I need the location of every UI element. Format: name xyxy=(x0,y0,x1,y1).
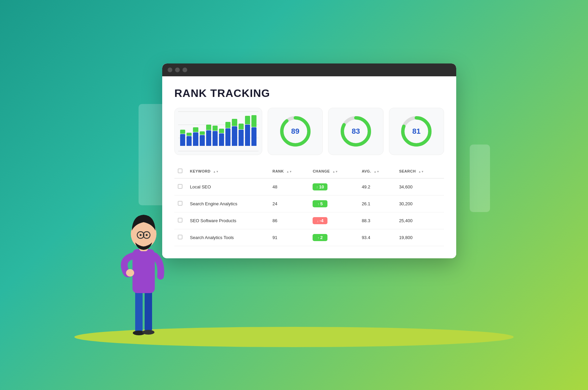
bar-blue xyxy=(251,127,256,146)
row-checkbox-cell[interactable] xyxy=(174,195,187,212)
donut-widget-3: 81 xyxy=(389,108,444,155)
change-badge: 10 xyxy=(313,183,327,190)
table-row: SEO Software Products 86 -4 88.3 25,400 xyxy=(174,212,444,229)
th-avg[interactable]: AVG. ▲▼ xyxy=(358,164,396,178)
row-avg: 26.1 xyxy=(358,195,396,212)
decorative-panel-right xyxy=(470,145,490,212)
row-avg: 93.4 xyxy=(358,229,396,246)
bar-green xyxy=(200,131,205,135)
bar-group xyxy=(232,119,237,146)
svg-point-17 xyxy=(140,234,142,236)
row-checkbox[interactable] xyxy=(178,201,182,206)
bar-green xyxy=(219,129,224,133)
row-checkbox[interactable] xyxy=(178,235,182,239)
th-search[interactable]: SEARCH ▲▼ xyxy=(396,164,444,178)
bar-green xyxy=(239,124,244,129)
search-sort[interactable]: ▲▼ xyxy=(418,171,424,173)
person-figure xyxy=(108,172,172,347)
bar-blue xyxy=(219,133,224,146)
donut-value-1: 89 xyxy=(291,127,299,136)
table-row: Local SEO 48 10 49.2 34,600 xyxy=(174,178,444,196)
svg-point-9 xyxy=(142,330,154,335)
row-avg: 49.2 xyxy=(358,178,396,196)
rank-sort[interactable]: ▲▼ xyxy=(287,171,292,173)
th-checkbox[interactable] xyxy=(174,164,187,178)
widgets-row: 89 83 xyxy=(174,108,444,155)
donut-widget-1: 89 xyxy=(268,108,323,155)
bar-blue xyxy=(245,125,250,146)
bar-group xyxy=(245,116,250,146)
row-checkbox-cell[interactable] xyxy=(174,229,187,246)
svg-rect-7 xyxy=(145,290,152,332)
th-rank[interactable]: RANK ▲▼ xyxy=(269,164,309,178)
bar-green xyxy=(213,126,218,131)
bar-chart-widget xyxy=(174,108,262,155)
arrow-up-icon xyxy=(318,201,319,206)
row-change: -4 xyxy=(309,212,358,229)
bar-green xyxy=(180,130,185,134)
table-row: Search Analytics Tools 91 2 93.4 19,800 xyxy=(174,229,444,246)
row-rank: 91 xyxy=(269,229,309,246)
traffic-light-green xyxy=(182,68,187,72)
bar-blue xyxy=(187,136,192,146)
row-rank: 24 xyxy=(269,195,309,212)
row-change: 5 xyxy=(309,195,358,212)
bar-green xyxy=(232,119,237,126)
bar-blue xyxy=(225,128,230,146)
bar-blue xyxy=(239,130,244,146)
bar-blue xyxy=(200,135,205,146)
row-checkbox-cell[interactable] xyxy=(174,178,187,196)
keyword-sort[interactable]: ▲▼ xyxy=(213,171,219,173)
rank-tracking-table: KEYWORD ▲▼ RANK ▲▼ CHANGE ▲▼ AVG. xyxy=(174,164,444,246)
row-keyword: SEO Software Products xyxy=(187,212,269,229)
bar-group xyxy=(193,127,198,146)
donut-widget-2: 83 xyxy=(328,108,383,155)
bar-green xyxy=(193,127,198,132)
donut-container-3: 81 xyxy=(399,114,433,148)
row-search: 25,400 xyxy=(396,212,444,229)
th-change[interactable]: CHANGE ▲▼ xyxy=(309,164,358,178)
donut-container-2: 83 xyxy=(339,114,373,148)
row-rank: 86 xyxy=(269,212,309,229)
change-badge: -4 xyxy=(313,217,327,224)
row-keyword: Search Analytics Tools xyxy=(187,229,269,246)
row-avg: 88.3 xyxy=(358,212,396,229)
row-search: 30,200 xyxy=(396,195,444,212)
arrow-up-icon xyxy=(316,184,318,189)
scene: RANK TRACKING xyxy=(108,43,480,347)
bar-blue xyxy=(213,131,218,146)
th-keyword[interactable]: KEYWORD ▲▼ xyxy=(187,164,269,178)
traffic-light-yellow xyxy=(175,68,180,72)
row-checkbox-cell[interactable] xyxy=(174,212,187,229)
header-checkbox[interactable] xyxy=(178,168,182,173)
row-change: 10 xyxy=(309,178,358,196)
bar-group xyxy=(225,122,230,146)
row-checkbox[interactable] xyxy=(178,184,182,189)
svg-point-18 xyxy=(146,234,148,236)
bar-group xyxy=(239,124,244,146)
donut-container-1: 89 xyxy=(278,114,312,148)
bar-group xyxy=(213,126,218,146)
avg-sort[interactable]: ▲▼ xyxy=(374,171,379,173)
bar-group xyxy=(206,125,211,146)
change-sort[interactable]: ▲▼ xyxy=(333,171,338,173)
row-checkbox[interactable] xyxy=(178,218,182,223)
row-search: 34,600 xyxy=(396,178,444,196)
bar-green xyxy=(206,125,211,130)
row-search: 19,800 xyxy=(396,229,444,246)
page-title: RANK TRACKING xyxy=(174,87,444,100)
row-keyword: Search Engine Analytics xyxy=(187,195,269,212)
row-change: 2 xyxy=(309,229,358,246)
bar-green xyxy=(187,133,192,136)
bar-group xyxy=(200,131,205,146)
browser-titlebar xyxy=(162,63,456,76)
browser-window: RANK TRACKING xyxy=(162,63,456,258)
change-badge: 2 xyxy=(313,234,327,241)
bar-green xyxy=(225,122,230,128)
bar-group xyxy=(187,133,192,146)
table-body: Local SEO 48 10 49.2 34,600 Search Engin… xyxy=(174,178,444,246)
svg-rect-6 xyxy=(135,290,143,334)
bar-blue xyxy=(180,134,185,146)
bar-green xyxy=(245,116,250,124)
donut-value-3: 81 xyxy=(412,127,420,136)
